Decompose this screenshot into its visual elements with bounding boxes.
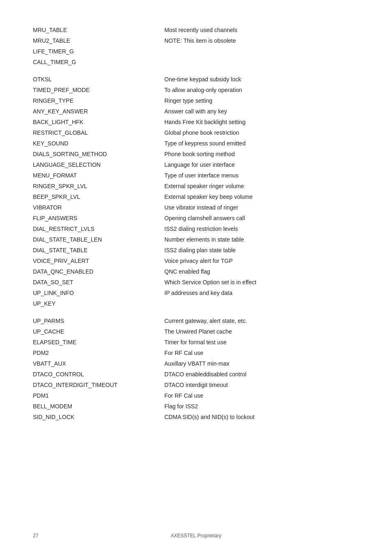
key-cell: PDM1 (33, 390, 164, 401)
value-cell: IP addresses and key data (164, 288, 359, 298)
table-row: DATA_SO_SETWhich Service Option set is i… (33, 277, 359, 288)
key-cell: ELAPSED_TIME (33, 337, 164, 348)
value-cell: One-time keypad subsidy lock (164, 74, 359, 85)
value-cell: Phone book sorting method (164, 149, 359, 159)
table-row: DATA_QNC_ENABLEDQNC enabled flag (33, 266, 359, 277)
key-cell: UP_LINK_INFO (33, 288, 164, 298)
table-row: DTACO_INTERDIGIT_TIMEOUTDTACO interdigit… (33, 380, 359, 390)
key-cell: UP_CACHE (33, 326, 164, 337)
value-cell: For RF Cal use (164, 348, 359, 358)
value-cell: For RF Cal use (164, 390, 359, 401)
table-row: RINGER_SPKR_LVLExternal speaker ringer v… (33, 181, 359, 191)
value-cell: Most recently used channels (164, 25, 359, 35)
value-cell: External speaker ringer volume (164, 181, 359, 191)
key-cell: UP_KEY (33, 298, 164, 309)
spacer-cell (33, 67, 359, 74)
key-cell: DIALS_SORTING_METHOD (33, 149, 164, 159)
table-row: BEEP_SPKR_LVLExternal speaker key beep v… (33, 191, 359, 202)
table-row: BACK_LIGHT_HFKHands Free Kit backlight s… (33, 117, 359, 127)
value-cell: Type of keypress sound emitted (164, 138, 359, 149)
table-row: KEY_SOUNDType of keypress sound emitted (33, 138, 359, 149)
key-cell: VBATT_AUX (33, 358, 164, 369)
key-cell: TIMED_PREF_MODE (33, 85, 164, 95)
key-cell: RINGER_TYPE (33, 95, 164, 106)
table-row: RESTRICT_GLOBALGlobal phone book restric… (33, 127, 359, 138)
key-cell: PDM2 (33, 348, 164, 358)
value-cell: DTACO interdigit timeout (164, 380, 359, 390)
table-row: LIFE_TIMER_G (33, 46, 359, 57)
key-cell: ANY_KEY_ANSWER (33, 106, 164, 117)
table-row: UP_LINK_INFOIP addresses and key data (33, 288, 359, 298)
key-cell: UP_PARMS (33, 315, 164, 326)
value-cell: Voice privacy alert for TGP (164, 256, 359, 266)
table-row: MRU2_TABLENOTE: This item is obsolete (33, 35, 359, 46)
key-cell: FLIP_ANSWERS (33, 213, 164, 223)
key-cell: VIBRATOR (33, 202, 164, 213)
key-cell: DTACO_CONTROL (33, 369, 164, 380)
key-cell: MRU2_TABLE (33, 35, 164, 46)
value-cell: ISS2 dialing plan state table (164, 245, 359, 256)
content-table: MRU_TABLEMost recently used channelsMRU2… (33, 25, 359, 422)
table-row: CALL_TIMER_G (33, 57, 359, 67)
table-row: RINGER_TYPERinger type setting (33, 95, 359, 106)
spacer-row (33, 309, 359, 315)
value-cell: The Unwired Planet cache (164, 326, 359, 337)
key-cell: MRU_TABLE (33, 25, 164, 35)
value-cell: Ringer type setting (164, 95, 359, 106)
key-cell: OTKSL (33, 74, 164, 85)
table-row: MENU_FORMATType of user interface menus (33, 170, 359, 181)
table-row: ELAPSED_TIMETimer for formal test use (33, 337, 359, 348)
table-row: FLIP_ANSWERSOpening clamshell answers ca… (33, 213, 359, 223)
table-row: TIMED_PREF_MODETo allow analog-only oper… (33, 85, 359, 95)
value-cell: External speaker key beep volume (164, 191, 359, 202)
footer-text: AXESSTEL Proprietary (171, 533, 221, 539)
key-cell: MENU_FORMAT (33, 170, 164, 181)
key-cell: DIAL_RESTRICT_LVLS (33, 223, 164, 234)
value-cell: ISS2 dialing restriction levels (164, 223, 359, 234)
table-row: DIALS_SORTING_METHODPhone book sorting m… (33, 149, 359, 159)
value-cell: Language for user interface (164, 159, 359, 170)
key-cell: BEEP_SPKR_LVL (33, 191, 164, 202)
page-number: 27 (33, 533, 38, 539)
table-row: BELL_MODEMFlag for ISS2 (33, 401, 359, 412)
key-cell: KEY_SOUND (33, 138, 164, 149)
table-row: UP_PARMSCurrent gateway, alert state, et… (33, 315, 359, 326)
table-row: OTKSLOne-time keypad subsidy lock (33, 74, 359, 85)
table-row: VOICE_PRIV_ALERTVoice privacy alert for … (33, 256, 359, 266)
key-cell: CALL_TIMER_G (33, 57, 164, 67)
table-row: SID_NID_LOCKCDMA SID(s) and NID(s) to lo… (33, 412, 359, 422)
value-cell: Flag for ISS2 (164, 401, 359, 412)
value-cell: DTACO enableddisabled control (164, 369, 359, 380)
value-cell: To allow analog-only operation (164, 85, 359, 95)
value-cell: QNC enabled flag (164, 266, 359, 277)
value-cell: Global phone book restriction (164, 127, 359, 138)
table-row: ANY_KEY_ANSWERAnswer call with any key (33, 106, 359, 117)
key-cell: BELL_MODEM (33, 401, 164, 412)
key-cell: RESTRICT_GLOBAL (33, 127, 164, 138)
table-row: MRU_TABLEMost recently used channels (33, 25, 359, 35)
key-cell: RINGER_SPKR_LVL (33, 181, 164, 191)
page: MRU_TABLEMost recently used channelsMRU2… (0, 0, 392, 555)
value-cell: Auxillary VBATT min-max (164, 358, 359, 369)
table-row: UP_KEY (33, 298, 359, 309)
key-cell: BACK_LIGHT_HFK (33, 117, 164, 127)
value-cell: NOTE: This item is obsolete (164, 35, 359, 46)
value-cell: Answer call with any key (164, 106, 359, 117)
spacer-cell (33, 309, 359, 315)
value-cell (164, 46, 359, 57)
key-cell: DIAL_STATE_TABLE (33, 245, 164, 256)
table-row: VIBRATORUse vibrator instead of ringer (33, 202, 359, 213)
value-cell (164, 57, 359, 67)
table-row: DIAL_RESTRICT_LVLSISS2 dialing restricti… (33, 223, 359, 234)
table-row: DIAL_STATE_TABLEISS2 dialing plan state … (33, 245, 359, 256)
value-cell (164, 298, 359, 309)
key-cell: DATA_SO_SET (33, 277, 164, 288)
value-cell: Timer for formal test use (164, 337, 359, 348)
spacer-row (33, 67, 359, 74)
key-cell: DTACO_INTERDIGIT_TIMEOUT (33, 380, 164, 390)
value-cell: CDMA SID(s) and NID(s) to lockout (164, 412, 359, 422)
value-cell: Which Service Option set is in effect (164, 277, 359, 288)
key-cell: DATA_QNC_ENABLED (33, 266, 164, 277)
key-cell: DIAL_STATE_TABLE_LEN (33, 234, 164, 245)
value-cell: Opening clamshell answers call (164, 213, 359, 223)
